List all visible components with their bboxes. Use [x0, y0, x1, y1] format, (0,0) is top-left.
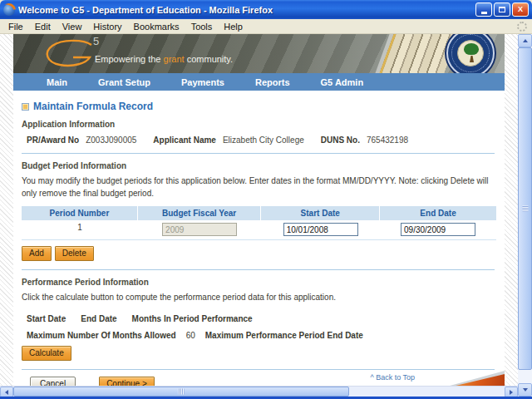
section-divider: [22, 269, 495, 270]
page-viewport: 5 Empowering the grant community. Main G…: [0, 34, 532, 397]
applicant-name-label: Applicant Name: [153, 135, 216, 145]
page-body: Maintain Formula Record Application Info…: [13, 91, 505, 386]
menu-bookmarks[interactable]: Bookmarks: [128, 21, 185, 32]
dept-of-education-seal-icon: [446, 34, 495, 73]
up-arrow-icon: [523, 39, 528, 42]
performance-labels-row: Start Date End Date Months In Period Per…: [27, 314, 498, 323]
scroll-grip: [179, 389, 185, 395]
nav-g5-admin[interactable]: G5 Admin: [321, 77, 364, 87]
period-number-cell: 1: [22, 221, 138, 239]
horizontal-scrollbar[interactable]: [0, 386, 518, 397]
vertical-scrollbar[interactable]: [518, 34, 532, 397]
menu-tools[interactable]: Tools: [185, 21, 219, 32]
scroll-grip: [522, 206, 528, 212]
menu-history[interactable]: History: [87, 21, 127, 32]
budget-table-header: Period Number Budget Fiscal Year Start D…: [22, 206, 496, 220]
col-period-number: Period Number: [22, 206, 138, 220]
menu-edit[interactable]: Edit: [29, 21, 57, 32]
nav-main[interactable]: Main: [47, 77, 67, 87]
g5-logo-icon: [37, 37, 101, 71]
pr-award-value: Z003J090005: [86, 135, 136, 145]
applicant-name-value: Elizabeth City College: [223, 135, 304, 145]
g5-logo-five: 5: [93, 35, 99, 47]
calculate-row: Calculate: [22, 346, 498, 361]
continue-button[interactable]: Continue >: [99, 377, 155, 387]
menu-bar: File Edit View History Bookmarks Tools H…: [0, 19, 532, 34]
minimize-icon: [481, 12, 487, 14]
max-months-value: 60: [186, 331, 195, 340]
menu-view[interactable]: View: [57, 21, 88, 32]
end-date-input[interactable]: [401, 223, 475, 236]
nav-grant-setup[interactable]: Grant Setup: [98, 77, 150, 87]
corner-swoosh-orange: [446, 371, 505, 386]
pr-award-label: PR/Award No: [27, 135, 79, 145]
menu-help[interactable]: Help: [218, 21, 249, 32]
max-end-date-label: Maximum Performance Period End Date: [205, 331, 363, 340]
scroll-down-button[interactable]: [518, 383, 532, 397]
section-divider: [22, 369, 495, 370]
window-controls: X: [475, 2, 529, 17]
budget-buttons: Add Delete: [22, 246, 498, 261]
col-end-date: End Date: [380, 206, 496, 220]
budget-period-heading: Budget Period Information: [22, 161, 498, 170]
page-title-icon: [22, 103, 29, 111]
application-info-fields: PR/Award No Z003J090005 Applicant Name E…: [27, 135, 498, 145]
duns-no-label: DUNS No.: [321, 135, 360, 145]
menu-file[interactable]: File: [2, 21, 29, 32]
corner-decoration: [446, 371, 505, 386]
page-title: Maintain Formula Record: [33, 101, 153, 112]
title-bar: Welcome to G5 - Department of Education …: [0, 0, 532, 19]
back-to-top-link[interactable]: ^ Back to Top: [370, 373, 415, 382]
section-divider: [22, 153, 495, 154]
performance-period-heading: Performance Period Information: [22, 278, 498, 287]
seal-tree-trunk: [470, 56, 474, 62]
page-content: 5 Empowering the grant community. Main G…: [13, 34, 505, 386]
col-budget-fiscal-year: Budget Fiscal Year: [138, 206, 261, 220]
window-title: Welcome to G5 - Department of Education …: [18, 5, 472, 15]
max-months-label: Maximum Number Of Months Allowed: [27, 331, 176, 340]
down-arrow-icon: [523, 388, 528, 392]
max-months-row: Maximum Number Of Months Allowed 60 Maxi…: [27, 331, 498, 340]
close-button[interactable]: X: [512, 2, 529, 17]
nav-reports[interactable]: Reports: [255, 77, 290, 87]
start-date-input[interactable]: [283, 223, 358, 236]
budget-period-table: Period Number Budget Fiscal Year Start D…: [22, 206, 496, 240]
horizontal-scroll-thumb[interactable]: [13, 387, 349, 397]
tagline-suffix: community.: [185, 54, 233, 64]
duns-no-value: 765432198: [367, 135, 408, 145]
tagline-highlight: grant: [164, 54, 185, 64]
scroll-up-button[interactable]: [518, 34, 532, 47]
seal-center: [457, 40, 484, 66]
g5-banner: 5 Empowering the grant community.: [13, 34, 505, 73]
application-info-heading: Application Information: [22, 120, 498, 129]
performance-period-instructions: Click the calculate button to compute th…: [22, 292, 498, 304]
page-title-row: Maintain Formula Record: [22, 91, 498, 112]
perf-start-date-label: Start Date: [27, 314, 66, 323]
table-row: 1: [22, 221, 496, 240]
banner-tagline: Empowering the grant community.: [95, 54, 233, 64]
right-arrow-icon: [510, 390, 513, 395]
seal-tree-icon: [464, 43, 479, 55]
calculate-button[interactable]: Calculate: [22, 346, 71, 361]
tagline-prefix: Empowering the: [95, 54, 164, 64]
add-button[interactable]: Add: [22, 246, 52, 261]
delete-button[interactable]: Delete: [55, 246, 94, 261]
maximize-icon: [499, 7, 505, 12]
cancel-button[interactable]: Cancel: [30, 377, 76, 387]
minimize-button[interactable]: [475, 2, 492, 17]
left-arrow-icon: [5, 390, 8, 395]
perf-end-date-label: End Date: [81, 314, 116, 323]
budget-period-instructions: You may modify the budget periods for th…: [22, 175, 498, 200]
activity-indicator-icon: [517, 22, 527, 32]
browser-window: Welcome to G5 - Department of Education …: [0, 0, 532, 399]
col-start-date: Start Date: [261, 206, 380, 220]
main-nav: Main Grant Setup Payments Reports G5 Adm…: [13, 73, 505, 91]
fiscal-year-input: [162, 223, 237, 236]
perf-months-label: Months In Period Performance: [132, 314, 253, 323]
firefox-icon: [3, 4, 15, 16]
form-actions: Cancel Continue >: [30, 377, 498, 387]
vertical-scroll-thumb[interactable]: [518, 47, 532, 370]
nav-payments[interactable]: Payments: [181, 77, 224, 87]
maximize-button[interactable]: [494, 2, 510, 17]
